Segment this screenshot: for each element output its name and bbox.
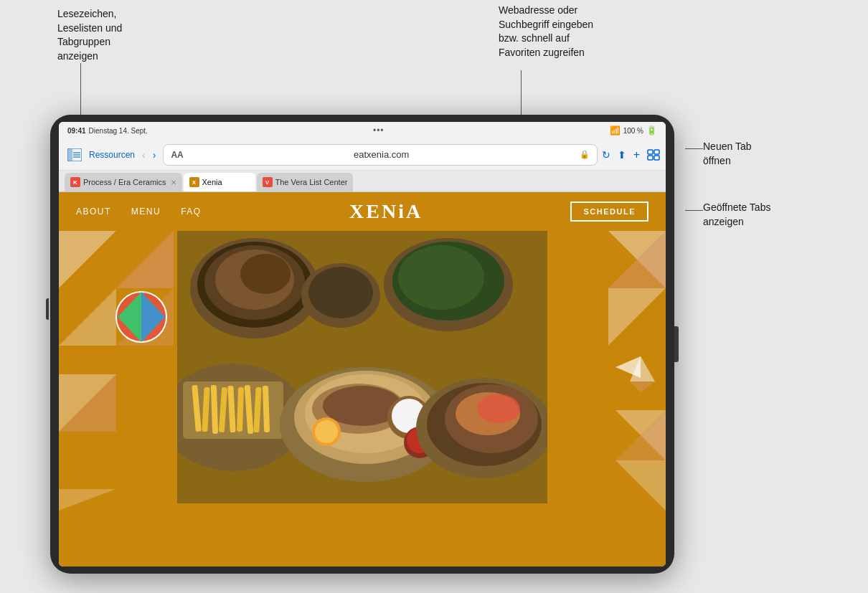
tab1-favicon: K xyxy=(70,177,80,187)
svg-point-74 xyxy=(315,420,338,443)
schedule-button[interactable]: SCHEDULE xyxy=(570,201,648,222)
ipad-volume-button xyxy=(46,298,49,320)
geo-left xyxy=(59,231,181,511)
forward-button[interactable]: › xyxy=(150,148,159,162)
new-tab-button[interactable]: + xyxy=(633,148,640,161)
sidebar-toggle-button[interactable] xyxy=(65,145,85,165)
website-content: ABOUT MENU FAQ XENiA SCHEDULE xyxy=(59,192,666,566)
status-right: 📶 100 % 🔋 xyxy=(610,125,657,136)
reload-button[interactable]: ↻ xyxy=(602,149,610,161)
tab3-title: The Vera List Center xyxy=(275,178,348,186)
svg-point-47 xyxy=(308,267,373,318)
xenia-nav: ABOUT MENU FAQ XENiA SCHEDULE xyxy=(59,192,666,231)
ipad-frame: 09:41 Dienstag 14. Sept. ••• 📶 100 % 🔋 xyxy=(50,115,674,574)
tab-vera[interactable]: V The Vera List Center xyxy=(257,173,354,191)
tabs-view-button[interactable] xyxy=(647,149,660,161)
callout-line-left-v xyxy=(80,63,81,120)
reader-view-button[interactable]: AA xyxy=(171,150,183,160)
status-date: Dienstag 14. Sept. xyxy=(89,127,148,135)
nav-actions: ↻ ⬆ + xyxy=(602,148,660,161)
ipad-screen: 09:41 Dienstag 14. Sept. ••• 📶 100 % 🔋 xyxy=(59,122,666,566)
callout-line-tabs-h xyxy=(685,210,703,211)
callout-line-new-tab-h xyxy=(685,148,703,149)
xenia-logo: XENiA xyxy=(202,200,571,223)
tab3-favicon: V xyxy=(263,177,273,187)
xenia-nav-links: ABOUT MENU FAQ xyxy=(76,207,202,217)
svg-rect-8 xyxy=(654,156,659,160)
annotation-tabs: Geöffnete Tabs anzeigen xyxy=(703,201,770,229)
nav-arrows: ‹ › xyxy=(139,148,159,162)
wifi-icon: 📶 xyxy=(610,125,621,136)
status-bar: 09:41 Dienstag 14. Sept. ••• 📶 100 % 🔋 xyxy=(59,122,666,139)
svg-rect-0 xyxy=(67,148,72,161)
ipad-home-button xyxy=(674,326,679,362)
tab1-close[interactable]: ✕ xyxy=(171,179,176,186)
back-button[interactable]: ‹ xyxy=(139,148,148,162)
share-button[interactable]: ⬆ xyxy=(618,149,626,161)
lock-icon: 🔒 xyxy=(580,150,590,159)
nav-menu[interactable]: MENU xyxy=(131,207,161,217)
tab-xenia[interactable]: X Xenia xyxy=(184,173,255,191)
food-image xyxy=(177,231,547,503)
geo-right xyxy=(544,231,666,511)
url-bar[interactable]: AA eatxenia.com 🔒 xyxy=(163,144,597,166)
sidebar-label[interactable]: Ressourcen xyxy=(89,150,135,160)
svg-point-42 xyxy=(240,254,291,294)
svg-rect-7 xyxy=(648,156,653,160)
annotation-top-right: Webadresse oder Suchbegriff eingeben bzw… xyxy=(499,4,593,60)
tab2-favicon: X xyxy=(189,177,199,187)
status-more: ••• xyxy=(373,125,385,136)
svg-rect-5 xyxy=(648,150,653,154)
battery-icon: 🔋 xyxy=(646,125,657,136)
nav-bar: Ressourcen ‹ › AA eatxenia.com 🔒 ↻ ⬆ + xyxy=(59,139,666,171)
url-text[interactable]: eatxenia.com xyxy=(188,149,575,160)
battery-text: 100 % xyxy=(623,127,643,135)
tab-process[interactable]: K Process / Era Ceramics ✕ xyxy=(65,173,182,191)
annotation-top-left: Lesezeichen, Leselisten und Tabgruppen a… xyxy=(57,7,122,63)
svg-rect-6 xyxy=(654,150,659,154)
nav-about[interactable]: ABOUT xyxy=(76,207,111,217)
status-time: 09:41 xyxy=(67,127,86,135)
svg-point-72 xyxy=(477,394,520,423)
xenia-hero: M enu xyxy=(59,231,666,566)
annotation-new-tab: Neuen Tab öffnen xyxy=(703,140,751,168)
tabs-bar: K Process / Era Ceramics ✕ X Xenia V The… xyxy=(59,171,666,192)
tab2-title: Xenia xyxy=(202,178,222,186)
tab1-title: Process / Era Ceramics xyxy=(83,178,166,186)
svg-point-45 xyxy=(398,245,484,310)
nav-faq[interactable]: FAQ xyxy=(181,207,202,217)
